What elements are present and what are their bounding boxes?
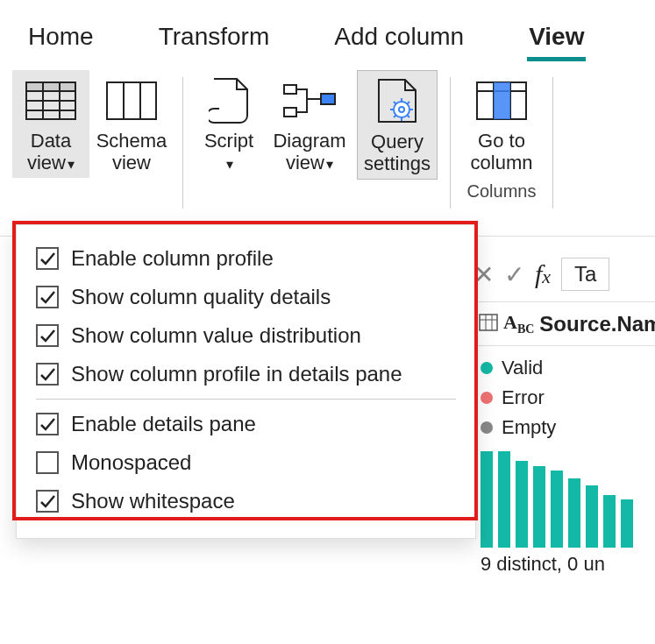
svg-rect-1 [26, 82, 75, 91]
chevron-down-icon: ▾ [226, 157, 233, 172]
schema-view-label-2: view [112, 152, 151, 173]
option-label: Show whitespace [71, 489, 235, 513]
histogram-bar [498, 451, 510, 548]
diagram-icon [278, 74, 341, 128]
fx-icon[interactable]: fx [535, 259, 551, 289]
checkbox-icon [36, 363, 59, 386]
data-view-button[interactable]: Data view▾ [12, 70, 89, 178]
formula-bar: ✕ ✓ fx Ta [473, 254, 655, 302]
dot-empty-icon [481, 421, 493, 434]
checkbox-icon [36, 324, 59, 347]
schema-view-label-1: Schema [96, 130, 167, 152]
ribbon: Data view▾ Schema view [0, 61, 655, 237]
dot-valid-icon [481, 362, 493, 374]
valid-label: Valid [502, 357, 543, 379]
svg-rect-26 [494, 82, 510, 119]
svg-rect-6 [107, 82, 156, 119]
option-label: Show column quality details [71, 285, 331, 309]
separator [552, 77, 553, 209]
checkbox-icon [36, 451, 59, 474]
goto-column-label-2: column [471, 152, 533, 173]
checkbox-icon [36, 286, 59, 308]
ribbon-group-layout: Data view▾ Schema view [12, 70, 170, 236]
column-name: Source.Nam [539, 312, 655, 336]
query-settings-label-2: settings [364, 152, 431, 174]
query-settings-icon [366, 74, 429, 129]
table-mini-icon [479, 312, 498, 336]
svg-rect-11 [321, 94, 335, 104]
svg-line-18 [407, 102, 409, 104]
tab-add-column[interactable]: Add column [332, 16, 466, 61]
dot-error-icon [481, 392, 493, 404]
tab-home[interactable]: Home [26, 16, 96, 61]
option-show-column-quality[interactable]: Show column quality details [32, 278, 459, 316]
checkbox-icon [36, 490, 59, 513]
histogram-bar [533, 466, 545, 548]
data-view-label-1: Data [31, 130, 71, 152]
accept-icon[interactable]: ✓ [504, 260, 524, 289]
column-header[interactable]: ABC Source.Nam [473, 302, 655, 346]
option-show-value-distribution[interactable]: Show column value distribution [32, 316, 459, 355]
histogram-bar [481, 451, 493, 548]
error-label: Error [502, 386, 545, 409]
cancel-icon[interactable]: ✕ [473, 260, 494, 289]
go-to-column-button[interactable]: Go to column [463, 70, 540, 178]
svg-rect-9 [284, 85, 296, 94]
empty-label: Empty [502, 416, 556, 439]
ribbon-group-columns: Go to column Columns [463, 70, 540, 236]
option-label: Show column value distribution [71, 323, 361, 348]
error-stat: Error [473, 383, 655, 413]
diagram-view-button[interactable]: Diagram view▾ [266, 70, 353, 180]
preview-pane: ✕ ✓ fx Ta ABC Source.Nam Valid Error Emp… [473, 254, 655, 581]
empty-stat: Empty [473, 413, 655, 442]
query-settings-button[interactable]: Query settings [357, 70, 438, 180]
histogram-bar [586, 485, 598, 548]
option-enable-details-pane[interactable]: Enable details pane [32, 405, 459, 443]
option-monospaced[interactable]: Monospaced [32, 443, 459, 482]
option-show-profile-details[interactable]: Show column profile in details pane [32, 355, 459, 393]
value-distribution-histogram [473, 442, 655, 548]
svg-rect-10 [284, 108, 296, 117]
option-label: Enable column profile [71, 246, 274, 271]
checkbox-icon [36, 247, 59, 270]
goto-column-icon [470, 74, 533, 128]
distinct-count-label: 9 distinct, 0 un [473, 548, 655, 581]
script-label: Script [204, 130, 253, 152]
svg-line-20 [407, 115, 409, 117]
diagram-view-label-1: Diagram [273, 130, 345, 152]
separator [450, 77, 451, 209]
histogram-bar [568, 478, 580, 548]
diagram-view-label-2: view [286, 152, 324, 173]
text-type-icon: ABC [503, 311, 534, 336]
data-view-label-2: view [27, 152, 66, 173]
svg-line-21 [394, 102, 396, 104]
schema-view-button[interactable]: Schema view [93, 70, 170, 178]
option-label: Enable details pane [71, 412, 256, 436]
query-settings-label-1: Query [371, 131, 424, 152]
chevron-down-icon: ▾ [68, 157, 75, 172]
svg-rect-27 [480, 315, 497, 330]
option-enable-column-profile[interactable]: Enable column profile [32, 239, 459, 278]
script-button[interactable]: Script ▾ [196, 70, 262, 180]
script-icon [197, 74, 260, 128]
option-label: Monospaced [71, 450, 191, 475]
ribbon-group-views: Script ▾ Diagram view▾ [196, 70, 438, 236]
table-icon [19, 74, 82, 128]
separator [36, 399, 456, 400]
histogram-bar [516, 461, 528, 548]
option-show-whitespace[interactable]: Show whitespace [32, 482, 459, 520]
svg-line-19 [394, 115, 396, 117]
option-label: Show column profile in details pane [71, 362, 402, 386]
ribbon-tabs: Home Transform Add column View [0, 0, 655, 61]
separator [182, 77, 183, 209]
formula-input[interactable]: Ta [561, 258, 609, 291]
chevron-down-icon: ▾ [326, 157, 333, 172]
goto-column-label-1: Go to [478, 130, 525, 152]
histogram-bar [621, 499, 633, 548]
checkbox-icon [36, 413, 59, 435]
valid-stat: Valid [473, 353, 655, 383]
tab-view[interactable]: View [527, 16, 586, 61]
histogram-bar [551, 471, 563, 548]
tab-transform[interactable]: Transform [157, 16, 272, 61]
columns-icon [100, 74, 163, 128]
